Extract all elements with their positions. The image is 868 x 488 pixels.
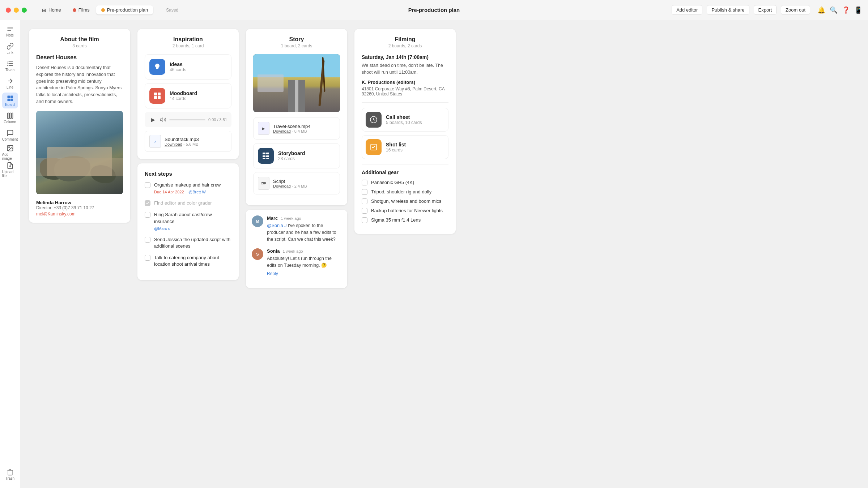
sidebar-item-column[interactable]: Column bbox=[2, 110, 18, 126]
sidebar-item-link[interactable]: Link bbox=[2, 40, 18, 56]
sidebar-item-upload-file[interactable]: Upload file bbox=[2, 162, 18, 178]
script-file-separator: - bbox=[292, 184, 294, 188]
sidebar-item-todo[interactable]: To-do bbox=[2, 58, 18, 74]
filming-event: Saturday, Jan 14th (7:00am) We start dea… bbox=[362, 54, 448, 97]
svg-rect-25 bbox=[263, 158, 265, 159]
svg-rect-10 bbox=[7, 113, 9, 118]
publish-share-button[interactable]: Publish & share bbox=[707, 5, 749, 15]
event-company: K. Productions (editors) bbox=[362, 80, 448, 85]
script-file-meta: Download - 2.4 MB bbox=[273, 184, 307, 188]
storyboard-item[interactable]: Storyboard 23 cards bbox=[253, 143, 340, 168]
video-file-item: ▶ Travel-scene.mp4 Download - 8.4 MB bbox=[253, 117, 340, 140]
titlebar: ⊞ Home Films Pre-production plan Saved P… bbox=[0, 0, 868, 20]
svg-rect-8 bbox=[7, 98, 10, 101]
divider-2 bbox=[362, 164, 448, 164]
gear-item-1: Tripod, shoulder rig and dolly bbox=[362, 189, 448, 195]
comment-sonia-author: Sonia bbox=[267, 248, 280, 254]
storyboard-grid-icon bbox=[261, 151, 270, 160]
filming-subtitle: 2 boards, 2 cards bbox=[362, 43, 448, 48]
gear-item-4: Sigma 35 mm f1.4 Lens bbox=[362, 217, 448, 223]
audio-progress-bar[interactable] bbox=[169, 119, 205, 120]
svg-rect-9 bbox=[10, 98, 13, 101]
lightbulb-icon bbox=[153, 63, 162, 71]
soundtrack-file-item: ♪ Soundtrack.mp3 Download - 5.6 MB bbox=[145, 131, 231, 152]
task-text-1: Organise makeup and hair crew bbox=[154, 182, 221, 188]
tab-preproduction[interactable]: Pre-production plan bbox=[96, 5, 153, 14]
comment-section: M Marc 1 week ago @Sonia J I've spoken t… bbox=[246, 210, 347, 288]
video-thumbnail[interactable]: ▶ bbox=[253, 54, 340, 112]
maximize-button[interactable] bbox=[22, 8, 27, 13]
sidebar-item-trash[interactable]: Trash bbox=[2, 466, 18, 482]
tab-films-label: Films bbox=[78, 7, 90, 13]
sidebar-item-add-image[interactable]: Add image bbox=[2, 145, 18, 160]
note-icon bbox=[7, 25, 14, 33]
device-icon[interactable]: 📱 bbox=[854, 6, 862, 14]
close-button[interactable] bbox=[6, 8, 11, 13]
moodboard-label: Moodboard bbox=[170, 90, 197, 96]
script-file-size: 2.4 MB bbox=[294, 184, 307, 188]
inspiration-title: Inspiration bbox=[145, 36, 231, 43]
search-icon[interactable]: 🔍 bbox=[830, 6, 838, 14]
tab-preproduction-label: Pre-production plan bbox=[107, 7, 148, 13]
ideas-board-item[interactable]: Ideas 46 cards bbox=[145, 54, 231, 80]
notification-bell-icon[interactable]: 🔔 bbox=[817, 6, 825, 14]
gear-checkbox-0[interactable] bbox=[362, 180, 367, 185]
tab-home[interactable]: ⊞ Home bbox=[37, 5, 66, 15]
add-editor-button[interactable]: Add editor bbox=[672, 5, 702, 15]
moodboard-item[interactable]: Moodboard 14 cards bbox=[145, 83, 231, 108]
task-body-3: Ring Sarah about cast/crew insurance @Ma… bbox=[154, 211, 231, 231]
inspiration-card: Inspiration 2 boards, 1 card Ideas 46 ca… bbox=[137, 29, 239, 159]
sidebar-item-comment[interactable]: Comment bbox=[2, 127, 18, 143]
task-checkbox-4[interactable] bbox=[145, 237, 150, 243]
film-title: Desert Houses bbox=[36, 54, 123, 61]
video-download-link[interactable]: Download bbox=[273, 129, 291, 133]
next-steps-card: Next steps Organise makeup and hair crew… bbox=[137, 163, 239, 280]
sidebar-item-note[interactable]: Note bbox=[2, 23, 18, 39]
reply-link[interactable]: Reply bbox=[267, 271, 278, 276]
event-title: Saturday, Jan 14th (7:00am) bbox=[362, 54, 448, 60]
svg-rect-21 bbox=[263, 153, 265, 154]
storyboard-icon bbox=[258, 148, 274, 164]
task-text-3: Ring Sarah about cast/crew insurance bbox=[154, 211, 231, 224]
minimize-button[interactable] bbox=[14, 8, 19, 13]
play-button[interactable]: ▶ bbox=[149, 116, 157, 124]
script-download-link[interactable]: Download bbox=[273, 184, 291, 188]
svg-rect-17 bbox=[158, 93, 161, 95]
help-icon[interactable]: ❓ bbox=[842, 6, 850, 14]
gear-checkbox-1[interactable] bbox=[362, 189, 367, 195]
check-icon bbox=[146, 201, 149, 205]
shot-list-board-item[interactable]: Shot list 16 cards bbox=[362, 135, 448, 159]
svg-rect-19 bbox=[158, 96, 161, 99]
task-checkbox-5[interactable] bbox=[145, 255, 150, 261]
line-icon bbox=[7, 77, 14, 85]
storyboard-label: Storyboard bbox=[278, 150, 305, 156]
task-due-1: Due 14 Apr 2022 bbox=[154, 190, 184, 194]
gear-label-3: Backup batteries for Neewer lights bbox=[371, 208, 443, 213]
story-subtitle: 1 board, 2 cards bbox=[253, 43, 340, 48]
gear-checkbox-2[interactable] bbox=[362, 198, 367, 204]
sidebar: Note Link To-do Line Board Column Commen… bbox=[0, 20, 20, 488]
gear-item-0: Panasonic GH5 (4K) bbox=[362, 180, 448, 185]
script-file-item: ZIP Script Download - 2.4 MB bbox=[253, 172, 340, 194]
sidebar-item-line[interactable]: Line bbox=[2, 75, 18, 91]
inspiration-subtitle: 2 boards, 1 card bbox=[145, 43, 231, 48]
gear-checkbox-3[interactable] bbox=[362, 208, 367, 214]
task-checkbox-3[interactable] bbox=[145, 212, 150, 218]
call-sheet-board-item[interactable]: Call sheet 5 boards, 10 cards bbox=[362, 108, 448, 132]
sidebar-item-board[interactable]: Board bbox=[2, 93, 18, 108]
story-card: Story 1 board, 2 cards ▶ ▶ bbox=[246, 29, 347, 205]
divider-1 bbox=[362, 102, 448, 103]
task-checkbox-1[interactable] bbox=[145, 182, 150, 188]
video-file-info: Travel-scene.mp4 Download - 8.4 MB bbox=[273, 124, 311, 133]
gear-checkbox-4[interactable] bbox=[362, 217, 367, 223]
saved-label: Saved bbox=[166, 8, 178, 13]
zoom-out-button[interactable]: Zoom out bbox=[781, 5, 810, 15]
tab-films[interactable]: Films bbox=[68, 5, 95, 14]
export-button[interactable]: Export bbox=[754, 5, 777, 15]
soundtrack-download-link[interactable]: Download bbox=[165, 142, 182, 146]
svg-rect-26 bbox=[266, 158, 269, 159]
task-checkbox-2[interactable] bbox=[145, 200, 150, 206]
film-contact-email-link[interactable]: mel@Kaminsky.com bbox=[36, 211, 76, 217]
video-file-size: 8.4 MB bbox=[294, 129, 307, 133]
svg-rect-12 bbox=[12, 113, 13, 118]
